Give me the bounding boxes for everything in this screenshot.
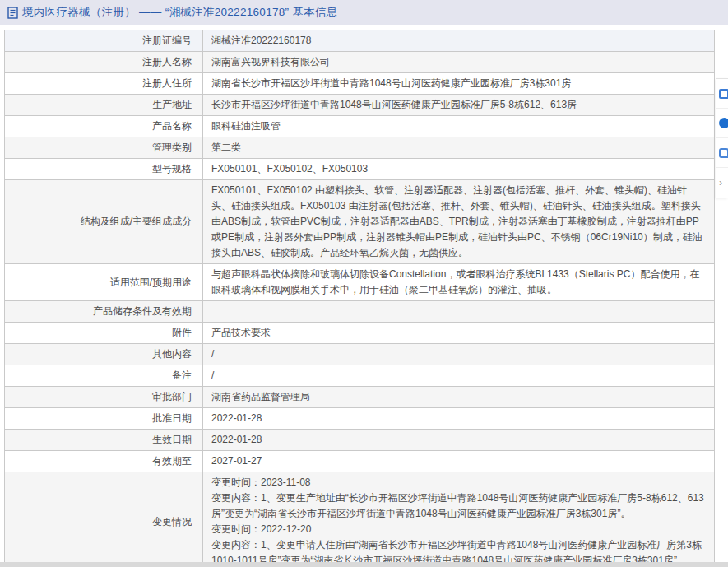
row-label: 生效日期 [5, 430, 203, 451]
window-bottom-edge [0, 562, 728, 567]
row-value: 2022-01-28 [203, 408, 715, 430]
table-row: 产品储存条件及有效期 [5, 301, 715, 323]
row-label: 产品储存条件及有效期 [5, 301, 203, 323]
row-value: 第二类 [203, 137, 715, 159]
share-icon[interactable] [716, 138, 728, 168]
table-row: 注册人住所湖南省长沙市开福区沙坪街道中青路1048号山河医药健康产业园标准厂房3… [5, 73, 715, 95]
table-row: 产品名称眼科硅油注吸管 [5, 116, 715, 137]
row-label: 注册证编号 [5, 30, 203, 52]
row-value [203, 301, 715, 323]
row-value: 湘械注准20222160178 [203, 30, 715, 52]
row-label: 结构及组成/主要组成成分 [5, 180, 203, 264]
table-row: 生效日期2022-01-28 [5, 430, 715, 451]
row-label: 其他内容 [5, 344, 203, 365]
info-table: 注册证编号湘械注准20222160178注册人名称湖南富兴视界科技有限公司注册人… [4, 30, 715, 567]
row-label: 批准日期 [5, 408, 203, 430]
row-label: 适用范围/预期用途 [5, 264, 203, 301]
row-label: 注册人名称 [5, 52, 203, 73]
table-row: 适用范围/预期用途与超声眼科晶状体摘除和玻璃体切除设备Constellation… [5, 264, 715, 301]
table-row: 其他内容/ [5, 344, 715, 365]
change-record-line: 变更时间：2023-11-08 [211, 475, 706, 490]
row-value: / [203, 344, 715, 365]
qq-icon[interactable] [716, 109, 728, 138]
chevron-right-icon[interactable]: › [716, 168, 728, 198]
row-value: 湖南富兴视界科技有限公司 [203, 52, 715, 73]
table-row: 审批部门湖南省药品监督管理局 [5, 387, 715, 408]
table-row: 有效期至2027-01-27 [5, 451, 715, 472]
page-header: 境内医疗器械（注册） —— “湘械注准20222160178” 基本信息 [0, 0, 728, 25]
row-label: 型号规格 [5, 159, 203, 180]
table-row: 注册证编号湘械注准20222160178 [5, 30, 715, 52]
change-record-line: 变更时间：2022-12-20 [211, 522, 706, 537]
row-label: 审批部门 [5, 387, 203, 408]
table-row: 生产地址长沙市开福区沙坪街道中青路1048号山河医药健康产业园标准厂房5-8栋6… [5, 95, 715, 116]
chat-icon[interactable] [716, 79, 728, 109]
table-row: 备注/ [5, 365, 715, 387]
row-label: 附件 [5, 323, 203, 344]
table-row: 结构及组成/主要组成成分FX050101、FX050102 由塑料接头、软管、注… [5, 180, 715, 264]
row-value: 产品技术要求 [203, 323, 715, 344]
page-title: 境内医疗器械（注册） —— “湘械注准20222160178” 基本信息 [22, 5, 338, 20]
table-row: 附件产品技术要求 [5, 323, 715, 344]
table-row: 注册人名称湖南富兴视界科技有限公司 [5, 52, 715, 73]
row-label: 变更情况 [5, 472, 203, 567]
table-row: 批准日期2022-01-28 [5, 408, 715, 430]
row-value: 与超声眼科晶状体摘除和玻璃体切除设备Constellation，或者眼科治疗系统… [203, 264, 715, 301]
row-value: 湖南省药品监督管理局 [203, 387, 715, 408]
row-label: 管理类别 [5, 137, 203, 159]
info-table-body: 注册证编号湘械注准20222160178注册人名称湖南富兴视界科技有限公司注册人… [5, 30, 715, 567]
row-label: 注册人住所 [5, 73, 203, 95]
table-row: 管理类别第二类 [5, 137, 715, 159]
row-value: / [203, 365, 715, 387]
row-value: 变更时间：2023-11-08变更内容：1、变更生产地址由“长沙市开福区沙坪街道… [203, 472, 715, 567]
row-value: 2022-01-28 [203, 430, 715, 451]
table-row: 变更情况变更时间：2023-11-08变更内容：1、变更生产地址由“长沙市开福区… [5, 472, 715, 567]
row-label: 备注 [5, 365, 203, 387]
change-record-line: 变更内容：1、变更生产地址由“长沙市开福区沙坪街道中青路1048号山河医药健康产… [211, 490, 706, 522]
row-value: 长沙市开福区沙坪街道中青路1048号山河医药健康产业园标准厂房5-8栋612、6… [203, 95, 715, 116]
table-row: 型号规格FX050101、FX050102、FX050103 [5, 159, 715, 180]
floating-side-widget[interactable]: › [716, 78, 728, 198]
row-value: FX050101、FX050102、FX050103 [203, 159, 715, 180]
row-label: 产品名称 [5, 116, 203, 137]
row-value: 湖南省长沙市开福区沙坪街道中青路1048号山河医药健康产业园标准厂房3栋301房 [203, 73, 715, 95]
row-value: FX050101、FX050102 由塑料接头、软管、注射器适配器、注射器(包括… [203, 180, 715, 264]
row-value: 眼科硅油注吸管 [203, 116, 715, 137]
document-icon [7, 7, 18, 19]
row-value: 2027-01-27 [203, 451, 715, 472]
row-label: 生产地址 [5, 95, 203, 116]
row-label: 有效期至 [5, 451, 203, 472]
